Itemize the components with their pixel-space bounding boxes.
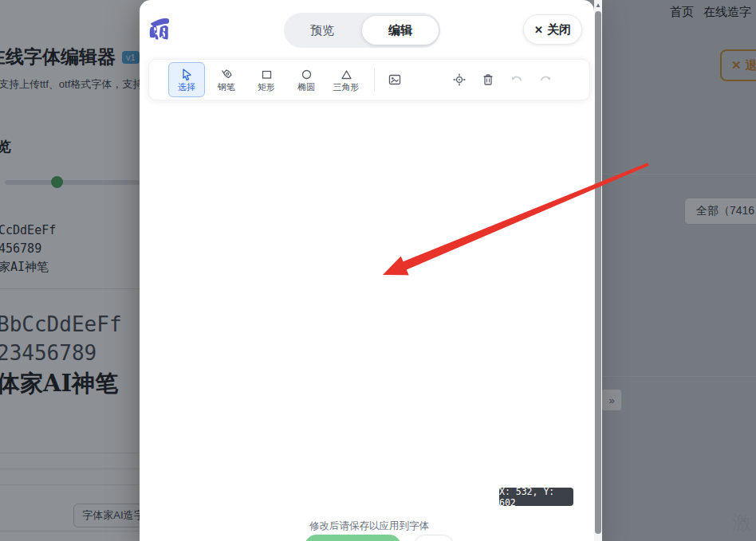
toolbar-divider xyxy=(374,68,375,92)
close-x-icon: ✕ xyxy=(534,24,543,36)
close-button[interactable]: ✕ 关闭 xyxy=(523,14,582,45)
redo-button[interactable] xyxy=(535,69,556,90)
tab-edit[interactable]: 编辑 xyxy=(362,16,439,45)
cursor-icon xyxy=(180,68,194,81)
undo-icon xyxy=(509,72,525,88)
editor-toolbar: 选择 钢笔 矩形 椭圆 三角形 xyxy=(148,59,590,100)
view-tabs: 预览 编辑 xyxy=(284,13,440,48)
scrollbar-thumb[interactable] xyxy=(595,11,601,534)
image-import-button[interactable] xyxy=(384,69,405,90)
redo-icon xyxy=(537,72,553,88)
rectangle-icon xyxy=(260,68,274,81)
tool-pen[interactable]: 钢笔 xyxy=(208,62,245,97)
footer-note: 修改后请保存以应用到字体 xyxy=(148,519,591,533)
trash-icon xyxy=(481,73,495,87)
tab-preview[interactable]: 预览 xyxy=(284,16,360,45)
font-editor-modal: 预览 编辑 ✕ 关闭 选择 钢笔 矩形 椭圆 xyxy=(140,0,594,541)
ellipse-icon xyxy=(300,68,313,81)
app-logo-glyph-icon xyxy=(148,18,172,41)
triangle-icon xyxy=(340,68,353,81)
delete-button[interactable] xyxy=(478,69,498,90)
scrollbar-up-arrow[interactable]: ▲ xyxy=(594,0,602,11)
undo-button[interactable] xyxy=(506,69,527,90)
tool-triangle[interactable]: 三角形 xyxy=(328,62,364,97)
tool-select[interactable]: 选择 xyxy=(168,62,205,97)
tool-ellipse[interactable]: 椭圆 xyxy=(288,62,325,97)
coordinate-display: X: 532, Y: 602 xyxy=(499,488,573,506)
center-glyph-button[interactable] xyxy=(449,69,470,90)
tool-rectangle[interactable]: 矩形 xyxy=(248,62,285,97)
save-button[interactable] xyxy=(305,535,401,541)
screen: 在线字体编辑器 v1 支持上传ttf、otf格式字体，支持 预览 CcDdEeF… xyxy=(0,0,756,541)
pen-icon xyxy=(220,68,234,81)
image-icon xyxy=(388,73,402,87)
cancel-button[interactable] xyxy=(414,535,454,541)
center-target-icon xyxy=(451,72,467,88)
